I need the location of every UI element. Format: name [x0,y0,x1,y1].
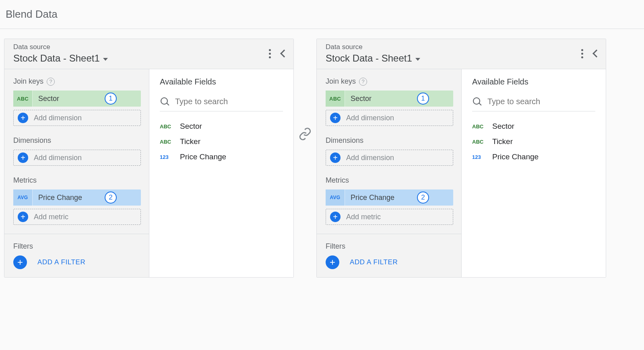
caret-down-icon [103,58,108,61]
avg-type-badge: AVG [13,189,33,206]
page-title: Blend Data [0,0,644,29]
plus-icon: + [13,255,27,269]
search-field-row [160,95,283,111]
abc-type-badge: ABC [13,91,33,107]
plus-icon: + [330,113,341,123]
metrics-label: Metrics [13,176,141,185]
join-key-chip[interactable]: ABC Sector 1 [326,91,453,107]
add-dimension-button[interactable]: + Add dimension [326,150,453,166]
callout-badge-2: 2 [417,191,429,204]
plus-icon: + [18,212,28,222]
join-keys-label: Join keys ? [326,77,453,86]
dimensions-label: Dimensions [326,136,453,145]
data-source-picker[interactable]: Stock Data - Sheet1 [326,53,579,64]
abc-type-icon: ABC [160,124,173,130]
avg-type-badge: AVG [326,189,345,206]
available-field[interactable]: 123 Price Change [160,149,283,165]
available-field[interactable]: 123 Price Change [472,149,595,165]
config-column: Join keys ? ABC Sector 1 + Add dimension… [317,69,462,277]
num-type-icon: 123 [472,154,486,160]
plus-icon: + [18,152,28,163]
abc-type-badge: ABC [326,91,345,107]
join-keys-label: Join keys ? [13,77,141,86]
add-join-dimension-button[interactable]: + Add dimension [13,110,141,126]
plus-icon: + [330,152,341,163]
num-type-icon: 123 [160,154,173,160]
metric-chip[interactable]: AVG Price Change 2 [326,189,453,206]
data-source-label: Data source [13,43,266,51]
blend-panel: Data source Stock Data - Sheet1 Join key… [316,39,606,278]
plus-icon: + [18,113,28,123]
abc-type-icon: ABC [472,124,486,130]
more-options-button[interactable] [266,47,273,61]
callout-badge-1: 1 [417,93,429,105]
available-field[interactable]: ABC Sector [160,119,283,134]
search-field-row [472,95,595,111]
add-join-dimension-button[interactable]: + Add dimension [326,110,453,126]
dimensions-label: Dimensions [13,136,141,145]
add-filter-button[interactable]: + ADD A FILTER [13,255,141,269]
search-input[interactable] [175,97,282,106]
search-icon [161,97,169,106]
collapse-panel-button[interactable] [592,49,601,58]
join-key-chip[interactable]: ABC Sector 1 [13,91,141,107]
search-input[interactable] [487,97,594,106]
plus-icon: + [326,255,339,269]
callout-badge-2: 2 [105,191,117,204]
available-field[interactable]: ABC Sector [472,119,595,134]
metric-chip[interactable]: AVG Price Change 2 [13,189,141,206]
search-icon [473,97,482,106]
add-dimension-button[interactable]: + Add dimension [13,150,141,166]
filters-label: Filters [13,242,141,251]
data-source-name: Stock Data - Sheet1 [13,53,100,64]
link-icon [298,127,312,141]
available-fields-column: Available Fields ABC Sector ABC Ticker 1… [462,69,606,277]
panel-header: Data source Stock Data - Sheet1 [4,39,293,69]
more-options-button[interactable] [579,47,586,61]
blend-panel: Data source Stock Data - Sheet1 Join key… [4,39,294,278]
config-column: Join keys ? ABC Sector 1 + Add dimension… [4,69,149,277]
data-source-name: Stock Data - Sheet1 [326,53,412,64]
add-metric-button[interactable]: + Add metric [13,209,141,225]
available-fields-title: Available Fields [472,77,595,86]
abc-type-icon: ABC [160,139,173,145]
help-icon[interactable]: ? [47,78,55,86]
callout-badge-1: 1 [105,93,117,105]
available-fields-title: Available Fields [160,77,283,86]
data-source-label: Data source [326,43,579,51]
panel-header: Data source Stock Data - Sheet1 [317,39,606,69]
available-fields-column: Available Fields ABC Sector ABC Ticker 1… [149,69,293,277]
panels-row: Data source Stock Data - Sheet1 Join key… [0,29,644,278]
add-filter-button[interactable]: + ADD A FILTER [326,255,453,269]
plus-icon: + [330,212,341,222]
caret-down-icon [415,58,420,61]
abc-type-icon: ABC [472,139,486,145]
collapse-panel-button[interactable] [280,49,288,58]
metrics-label: Metrics [326,176,453,185]
available-field[interactable]: ABC Ticker [472,134,595,149]
help-icon[interactable]: ? [359,78,367,86]
available-field[interactable]: ABC Ticker [160,134,283,149]
data-source-picker[interactable]: Stock Data - Sheet1 [13,53,266,64]
join-link-connector [294,39,316,141]
add-metric-button[interactable]: + Add metric [326,209,453,225]
filters-label: Filters [326,242,453,251]
